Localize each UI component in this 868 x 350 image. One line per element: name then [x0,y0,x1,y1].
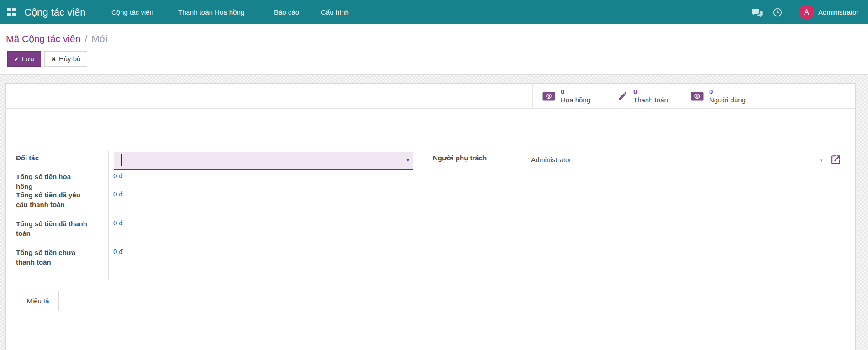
chevron-down-icon[interactable]: ▾ [820,158,823,164]
amount-label: Tổng số tiền đã thanh toán [16,219,88,238]
partner-input[interactable] [116,154,400,167]
external-link-icon[interactable] [830,154,842,165]
save-button-label: Lưu [22,55,34,63]
nav-item-thanh-toan-hoa-hong[interactable]: Thanh toán Hoa hồng [178,0,244,24]
pencil-icon [618,91,628,101]
apps-grid-icon[interactable] [7,8,16,16]
svg-text:0: 0 [696,94,699,98]
check-icon: ✔ [14,56,19,63]
app-brand[interactable]: Cộng tác viên [24,0,86,24]
currency-symbol: đ [119,190,123,198]
text-cursor [121,154,122,166]
money-bill-icon: 0 [691,92,704,101]
form-sheet: 0 0 Hoa hồng 0 Thanh toán [5,83,856,350]
stat-button-nguoi-dung[interactable]: 0 0 Người dùng [681,84,754,108]
content-background: 0 0 Hoa hồng 0 Thanh toán [0,75,868,350]
currency-symbol: đ [119,219,123,227]
save-button[interactable]: ✔Lưu [7,51,41,67]
right-column-separator [525,151,525,173]
control-panel: Mã Cộng tác viên/Mới ✔Lưu ✖Hủy bỏ [0,24,868,75]
money-bill-icon: 0 [542,92,555,101]
amount-value: 0 đ [113,219,123,227]
stat-value: 0 [709,88,746,96]
amount-label: Tổng số tiền chưa thanh toán [16,248,88,267]
stat-value: 0 [633,88,668,96]
currency-symbol: đ [119,248,123,255]
discard-button-label: Hủy bỏ [59,55,81,63]
tab-mieu-ta[interactable]: Miêu tả [17,291,59,311]
nav-item-cau-hinh[interactable]: Cấu hình [321,0,349,24]
tab-strip-border [59,311,848,311]
stat-button-box: 0 0 Hoa hồng 0 Thanh toán [6,84,855,109]
amount-label: Tổng số tiền hoa hồng [16,172,88,191]
stat-label: Người dùng [709,96,746,104]
user-menu[interactable]: Administrator [818,0,858,24]
amount-row-requested: Tổng số tiền đã yêu cầu thanh toán 0 đ [16,190,88,209]
user-avatar[interactable]: A [799,5,814,20]
amount-value: 0 đ [113,172,123,180]
stat-value: 0 [561,88,590,96]
messages-icon[interactable] [751,7,763,19]
partner-field-label: Đối tác [16,153,39,163]
amount-value: 0 đ [113,190,123,198]
chevron-down-icon[interactable]: ▾ [406,157,409,163]
amount-value: 0 đ [113,248,123,255]
nav-item-bao-cao[interactable]: Báo cáo [274,0,299,24]
manager-field-value[interactable]: Administrator [531,156,571,164]
discard-button[interactable]: ✖Hủy bỏ [44,51,87,67]
stat-button-thanh-toan[interactable]: 0 Thanh toán [608,84,681,108]
amount-label: Tổng số tiền đã yêu cầu thanh toán [16,190,88,209]
currency-symbol: đ [119,172,123,180]
amount-row-commission: Tổng số tiền hoa hồng 0 đ [16,172,88,191]
top-navbar: Cộng tác viên Cộng tác viên Thanh toán H… [0,0,868,24]
breadcrumb-current: Mới [91,33,108,44]
app-window: Cộng tác viên Cộng tác viên Thanh toán H… [0,0,868,350]
stat-label: Hoa hồng [561,96,590,104]
activities-clock-icon[interactable] [773,7,783,17]
nav-item-cong-tac-vien[interactable]: Cộng tác viên [111,0,153,24]
left-column-separator [108,151,109,280]
stat-button-hoa-hong[interactable]: 0 0 Hoa hồng [532,84,608,108]
breadcrumb-parent-link[interactable]: Mã Cộng tác viên [6,33,80,44]
stat-label: Thanh toán [633,96,668,104]
partner-combobox[interactable]: ▾ [114,152,413,170]
breadcrumb-separator: / [80,33,91,44]
close-icon: ✖ [51,56,56,63]
svg-text:0: 0 [548,94,550,98]
amount-row-paid: Tổng số tiền đã thanh toán 0 đ [16,219,88,238]
breadcrumb: Mã Cộng tác viên/Mới [6,33,108,44]
manager-field-underline [528,167,828,167]
manager-field-label: Người phụ trách [433,153,487,163]
amount-row-unpaid: Tổng số tiền chưa thanh toán 0 đ [16,248,88,267]
